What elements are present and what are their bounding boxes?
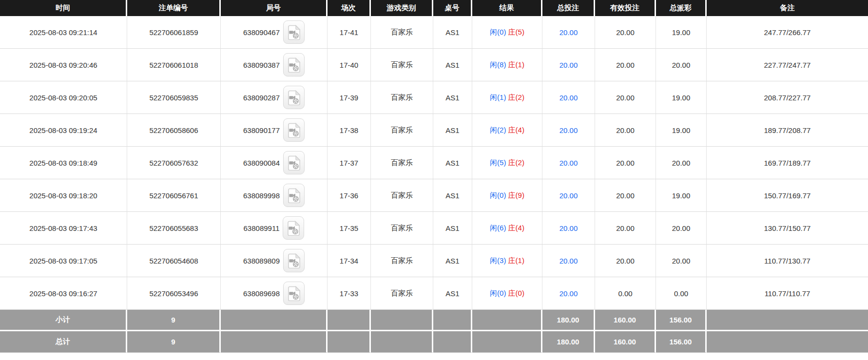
table-number-cell: AS1 [433, 147, 472, 179]
total-bet-cell: 20.00 [542, 81, 595, 114]
table-row: 2025-08-03 09:17:05 522706054608 6380898… [0, 245, 868, 277]
bet-number-cell: 522706054608 [127, 245, 221, 277]
time-cell: 2025-08-03 09:18:49 [0, 147, 127, 179]
subtotal-total-bet: 180.00 [542, 310, 595, 331]
remark-cell: 189.77/208.77 [707, 114, 868, 147]
total-payout-cell: 19.00 [656, 179, 707, 212]
total-payout-cell: 19.00 [656, 114, 707, 147]
result-banker: 庄(4) [508, 224, 524, 232]
total-bet-cell: 20.00 [542, 114, 595, 147]
table-row: 2025-08-03 09:20:46 522706061018 6380903… [0, 49, 868, 81]
result-cell: 闲(5) 庄(2) [472, 147, 542, 179]
grand-total-row: 总计 9 180.00 160.00 156.00 [0, 331, 868, 353]
time-cell: 2025-08-03 09:19:24 [0, 114, 127, 147]
round-number: 638090387 [243, 61, 280, 69]
result-banker: 庄(1) [508, 256, 524, 265]
table-row: 2025-08-03 09:16:27 522706053496 6380896… [0, 277, 868, 310]
game-type-cell: 百家乐 [371, 49, 433, 81]
video-replay-button[interactable] [283, 282, 305, 305]
time-cell: 2025-08-03 09:21:14 [0, 16, 127, 49]
total-payout-cell: 20.00 [656, 212, 707, 245]
table-row: 2025-08-03 09:21:14 522706061859 6380904… [0, 16, 868, 49]
result-cell: 闲(2) 庄(4) [472, 114, 542, 147]
game-type-cell: 百家乐 [371, 277, 433, 310]
column-header-result: 结果 [472, 0, 542, 16]
result-player: 闲(8) [490, 60, 506, 69]
column-header-game-type: 游戏类别 [371, 0, 433, 16]
video-record-icon [287, 221, 300, 236]
column-header-total-payout: 总派彩 [656, 0, 707, 16]
table-number-cell: AS1 [433, 81, 472, 114]
result-cell: 闲(0) 庄(0) [472, 277, 542, 310]
remark-cell: 110.77/130.77 [707, 245, 868, 277]
bet-number-cell: 522706061018 [127, 49, 221, 81]
total-bet-cell: 20.00 [542, 245, 595, 277]
video-replay-button[interactable] [283, 216, 304, 240]
video-replay-button[interactable] [283, 86, 305, 109]
video-record-icon [288, 286, 301, 301]
bet-records-table: 时间 注单编号 局号 场次 游戏类别 桌号 结果 总投注 有效投注 总派彩 备注… [0, 0, 868, 353]
table-number-cell: AS1 [433, 16, 472, 49]
result-cell: 闲(6) 庄(4) [472, 212, 542, 245]
header-row: 时间 注单编号 局号 场次 游戏类别 桌号 结果 总投注 有效投注 总派彩 备注 [0, 0, 868, 16]
bet-number-cell: 522706061859 [127, 16, 221, 49]
video-record-icon [288, 123, 301, 138]
result-cell: 闲(0) 庄(5) [472, 16, 542, 49]
column-header-bet-number: 注单编号 [127, 0, 221, 16]
table-header: 时间 注单编号 局号 场次 游戏类别 桌号 结果 总投注 有效投注 总派彩 备注 [0, 0, 868, 16]
result-banker: 庄(4) [508, 126, 524, 134]
result-player: 闲(0) [490, 191, 506, 199]
result-banker: 庄(5) [508, 28, 524, 36]
result-player: 闲(0) [490, 28, 506, 36]
remark-cell: 110.77/110.77 [707, 277, 868, 310]
session-cell: 17-33 [328, 277, 371, 310]
video-replay-button[interactable] [283, 118, 305, 142]
result-player: 闲(0) [490, 289, 506, 297]
valid-bet-cell: 20.00 [595, 245, 656, 277]
remark-cell: 150.77/169.77 [707, 179, 868, 212]
remark-cell: 227.77/247.77 [707, 49, 868, 81]
column-header-remark: 备注 [707, 0, 868, 16]
video-replay-button[interactable] [283, 184, 305, 207]
video-replay-button[interactable] [283, 20, 305, 44]
bet-number-cell: 522706055683 [127, 212, 221, 245]
video-replay-button[interactable] [283, 151, 305, 174]
bet-number-cell: 522706058606 [127, 114, 221, 147]
table-row: 2025-08-03 09:17:43 522706055683 6380899… [0, 212, 868, 245]
total-payout-cell: 20.00 [656, 245, 707, 277]
round-number: 638089998 [243, 191, 280, 200]
result-banker: 庄(2) [508, 93, 524, 101]
round-number-cell: 638089998 [221, 179, 328, 212]
game-type-cell: 百家乐 [371, 81, 433, 114]
bet-number-cell: 522706056761 [127, 179, 221, 212]
column-header-time: 时间 [0, 0, 127, 16]
session-cell: 17-41 [328, 16, 371, 49]
time-cell: 2025-08-03 09:20:46 [0, 49, 127, 81]
game-type-cell: 百家乐 [371, 212, 433, 245]
round-number: 638090467 [243, 28, 280, 37]
table-number-cell: AS1 [433, 245, 472, 277]
table-row: 2025-08-03 09:18:20 522706056761 6380899… [0, 179, 868, 212]
time-cell: 2025-08-03 09:20:05 [0, 81, 127, 114]
grand-total-label: 总计 [0, 331, 127, 353]
session-cell: 17-38 [328, 114, 371, 147]
table-number-cell: AS1 [433, 179, 472, 212]
video-replay-button[interactable] [283, 53, 305, 76]
video-replay-button[interactable] [283, 249, 305, 272]
grand-total-total-bet: 180.00 [542, 331, 595, 353]
round-number: 638090177 [243, 126, 280, 134]
round-number-cell: 638090467 [221, 16, 328, 49]
session-cell: 17-40 [328, 49, 371, 81]
session-cell: 17-36 [328, 179, 371, 212]
total-bet-cell: 20.00 [542, 147, 595, 179]
table-body: 2025-08-03 09:21:14 522706061859 6380904… [0, 16, 868, 310]
valid-bet-cell: 20.00 [595, 81, 656, 114]
round-number: 638090084 [243, 159, 280, 167]
session-cell: 17-35 [328, 212, 371, 245]
total-bet-cell: 20.00 [542, 179, 595, 212]
round-number: 638089809 [243, 257, 280, 265]
total-bet-cell: 20.00 [542, 212, 595, 245]
total-bet-cell: 20.00 [542, 16, 595, 49]
table-row: 2025-08-03 09:20:05 522706059835 6380902… [0, 81, 868, 114]
time-cell: 2025-08-03 09:16:27 [0, 277, 127, 310]
